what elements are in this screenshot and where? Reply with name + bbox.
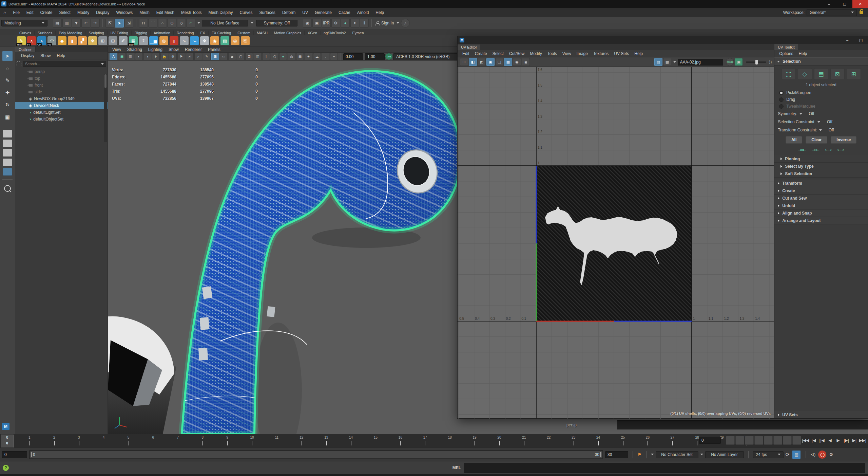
animation-end-field[interactable]: 30 (605, 451, 628, 458)
main-menu-item[interactable]: Curves (236, 10, 256, 15)
pause-icon[interactable]: ‖ (360, 19, 369, 28)
frame-ticks[interactable]: 0123456789101112131415161718192021222324… (0, 434, 771, 448)
grid-icon[interactable]: ⊞ (211, 53, 219, 60)
toolkit-section-header[interactable]: Cut and Sew (774, 195, 868, 202)
shelf-icon[interactable]: ⚿ (139, 36, 148, 45)
exposure-field[interactable]: 0.00 (343, 53, 363, 60)
step-back-frame-button[interactable] (735, 436, 744, 445)
outliner-tab[interactable]: Outliner (15, 47, 36, 52)
shelf-icon[interactable]: ▁▅ (149, 36, 158, 45)
render-settings-icon[interactable]: ⚙ (331, 19, 340, 28)
uv-editor-menu-item[interactable]: Edit (460, 51, 472, 56)
range-slider-track[interactable]: 0 30 (29, 450, 603, 459)
toolkit-section-header[interactable]: Transform (774, 180, 868, 187)
grease-pencil-icon[interactable]: ✎ (203, 53, 211, 60)
shelf-icon[interactable]: ⋏CP (37, 36, 46, 45)
shelf-icon[interactable]: ▯ (170, 36, 178, 45)
image-dropdown-icon[interactable] (673, 61, 676, 63)
outliner-item[interactable]: ◑ defaultObjectSet (15, 116, 108, 123)
gamma-field[interactable]: 1.00 (365, 53, 385, 60)
plugin-shapes-icon[interactable]: ⌖ (330, 53, 338, 60)
snap-plane-icon[interactable]: ◇ (177, 19, 186, 28)
frame-tick[interactable]: 22 (544, 436, 554, 439)
step-forward-key-button[interactable]: |▶| (842, 436, 850, 445)
snap-curve-icon[interactable]: ⌒ (149, 19, 157, 28)
camera-attributes-icon[interactable]: ⚙ (169, 53, 177, 60)
shaded-uv-icon[interactable]: ◧ (469, 58, 477, 66)
textured-icon[interactable]: ▩ (296, 53, 304, 60)
shelf-icon[interactable]: ↝ (190, 36, 199, 45)
menu-set-select[interactable]: Modeling (1, 20, 47, 26)
selection-action-button[interactable]: Clear (806, 136, 827, 144)
workspace-corner-icon[interactable]: M (2, 423, 9, 430)
selection-mode-icon[interactable]: ⊞ (847, 68, 861, 80)
outliner-item[interactable]: persp (15, 68, 108, 75)
go-to-start-button[interactable]: |◀◀ (802, 436, 810, 445)
main-menu-item[interactable]: Mesh Display (205, 10, 236, 15)
main-menu-item[interactable]: UV (299, 10, 311, 15)
selection-action-button[interactable]: All (786, 136, 802, 144)
undo-icon[interactable]: ↶ (81, 19, 90, 28)
anim-layer-dropdown-icon[interactable] (700, 454, 703, 455)
shelf-tab[interactable]: FX Caching (209, 31, 234, 35)
frame-tick[interactable]: 27 (667, 436, 677, 439)
frame-tick[interactable]: 19 (469, 436, 480, 439)
shelf-tab[interactable]: Animation (151, 31, 174, 35)
toolkit-section-header[interactable]: Create (774, 187, 868, 195)
frame-tick[interactable]: 5 (123, 436, 134, 439)
pan-zoom-icon[interactable]: ⌕ (194, 53, 202, 60)
shelf-tab[interactable]: Custom (234, 31, 254, 35)
shelf-tab[interactable]: Poly Modeling (56, 31, 85, 35)
uv-distortion-icon[interactable]: ◩ (478, 58, 486, 66)
make-live-icon[interactable]: ⊂ (187, 19, 195, 28)
shelf-icon[interactable]: ⊟ (109, 36, 117, 45)
selection-mode-icon[interactable]: ⬚ (782, 68, 796, 80)
gate-mask-icon[interactable]: ▢ (237, 53, 245, 60)
frame-tick[interactable]: 8 (197, 436, 208, 439)
frame-tick[interactable]: 23 (568, 436, 579, 439)
viewport-menu-item[interactable]: Renderer (182, 47, 205, 52)
main-menu-item[interactable]: Windows (113, 10, 136, 15)
uv-editor-menu-item[interactable]: View (560, 51, 574, 56)
viewport-menu-item[interactable]: Show (166, 47, 182, 52)
uv-editor-menu-item[interactable]: Image (574, 51, 591, 56)
current-time-field[interactable]: 0 (699, 437, 721, 444)
frame-tick[interactable]: 17 (420, 436, 430, 439)
uv-toolkit-menu-item[interactable]: Options (776, 51, 796, 56)
frame-tick[interactable]: 25 (618, 436, 628, 439)
rgb-channels-icon[interactable]: RGB (726, 58, 734, 66)
main-menu-item[interactable]: Modify (74, 10, 93, 15)
shelf-tab[interactable]: Rendering (174, 31, 197, 35)
frame-tick[interactable]: 2 (49, 436, 59, 439)
shadows-icon[interactable]: ☁ (313, 53, 321, 60)
help-icon[interactable]: ? (3, 465, 9, 471)
image-plane-icon[interactable]: ✍ (186, 53, 194, 60)
lock-camera-icon[interactable]: 🔒 (160, 53, 168, 60)
select-component-icon[interactable]: ⇲ (124, 19, 133, 28)
main-menu-item[interactable]: Mesh (136, 10, 153, 15)
zoom-tool-icon[interactable] (4, 185, 11, 192)
maximize-button[interactable]: ▢ (837, 0, 852, 8)
uv-editor-tab[interactable]: UV Editor (458, 44, 480, 50)
shelf-icon[interactable]: ◉ (210, 36, 219, 45)
main-menu-item[interactable]: Help (372, 10, 387, 15)
audio-icon[interactable]: ⊲) (810, 452, 815, 457)
frame-tick[interactable]: 14 (346, 436, 356, 439)
lights-icon[interactable]: ✦ (305, 53, 312, 60)
outliner-item[interactable]: top (15, 75, 108, 82)
toolkit-section-header[interactable]: Align and Snap (774, 209, 868, 217)
shelf-tab[interactable]: UV Editing (108, 31, 132, 35)
shell-color-icon[interactable]: ◉ (513, 58, 521, 66)
shelf-tab[interactable]: Surfaces (35, 31, 56, 35)
main-menu-item[interactable]: Generate (311, 10, 335, 15)
shelf-tab[interactable]: Eymen (349, 31, 367, 35)
uv-editor-titlebar[interactable]: M – ▢ (458, 36, 868, 44)
frame-tick[interactable]: 20 (494, 436, 504, 439)
shelf-icon[interactable]: ▦Bso (129, 36, 138, 45)
shelf-icon[interactable]: ⊞ (98, 36, 107, 45)
viewport-menu-item[interactable]: Lighting (145, 47, 166, 52)
shelf-tab[interactable]: FX (197, 31, 209, 35)
distribute-icon[interactable]: ⇥⇤ (812, 147, 819, 152)
range-slider-handle[interactable]: 0 30 (30, 451, 602, 458)
shelf-icon[interactable]: ✐ (119, 36, 128, 45)
